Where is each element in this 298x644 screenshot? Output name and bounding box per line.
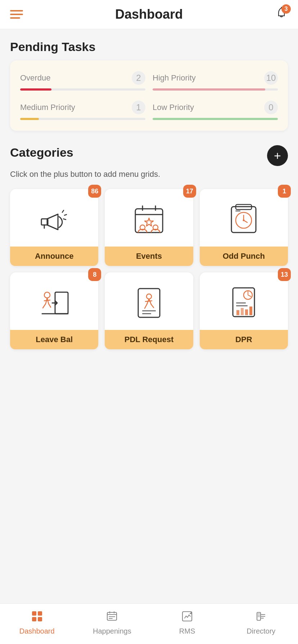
categories-header: Categories + [10,145,288,166]
svg-rect-21 [38,617,42,621]
dashboard-icon [31,610,43,625]
svg-rect-18 [32,611,36,616]
pending-tasks-section: Pending Tasks Overdue 2 High Priority [10,40,288,131]
task-high-count: 10 [264,71,278,85]
odd-punch-label: Odd Punch [200,247,288,266]
nav-rms-label: RMS [179,627,195,635]
leave-bal-badge: 8 [88,268,101,281]
svg-rect-19 [38,611,42,616]
header: Dashboard 3 [0,0,298,29]
odd-punch-icon [226,202,262,238]
svg-rect-1 [135,209,163,233]
notification-bell-button[interactable]: 3 [275,6,288,22]
tasks-card: Overdue 2 High Priority 10 [10,60,288,131]
svg-rect-16 [245,309,248,315]
task-low-bar-fill [153,118,278,120]
dpr-label: DPR [200,330,288,349]
notification-badge: 3 [281,4,291,14]
nav-directory-label: Directory [247,627,275,635]
task-overdue-count: 2 [132,71,145,85]
task-medium-bar-bg [20,118,145,120]
dpr-icon [226,285,262,321]
categories-title: Categories [10,146,73,160]
rms-icon [181,610,193,625]
tasks-grid: Overdue 2 High Priority 10 [20,71,278,120]
category-announce[interactable]: 86 Announce [10,189,98,266]
leave-icon [36,285,72,321]
svg-rect-15 [241,308,244,315]
svg-rect-14 [236,310,239,315]
events-label: Events [105,247,193,266]
task-low-priority[interactable]: Low Priority 0 [153,101,278,120]
dpr-icon-area [205,280,283,326]
bottom-nav: Dashboard Happenings RMS [0,603,298,644]
category-dpr[interactable]: 13 [200,272,288,349]
nav-dashboard[interactable]: Dashboard [19,610,55,635]
svg-point-11 [146,294,152,299]
svg-rect-20 [32,617,36,621]
svg-rect-10 [138,289,160,317]
task-overdue-bar-fill [20,88,51,91]
task-overdue[interactable]: Overdue 2 [20,71,145,91]
categories-grid: 86 Announce [10,189,288,349]
announce-label: Announce [10,247,98,266]
category-events[interactable]: 17 [105,189,193,266]
task-overdue-bar-bg [20,88,145,91]
nav-rms[interactable]: RMS [169,610,205,635]
leave-bal-icon-area [15,280,93,326]
nav-directory[interactable]: Directory [243,610,279,635]
header-title: Dashboard [115,7,183,22]
odd-punch-icon-area [205,196,283,243]
events-icon [131,202,167,238]
categories-hint: Click on the plus button to add menu gri… [10,170,288,179]
category-leave-bal[interactable]: 8 Leave B [10,272,98,349]
task-high-bar-fill [153,88,265,91]
announce-icon [36,202,72,238]
task-medium-label: Medium Priority [20,103,75,112]
task-high-label: High Priority [153,73,196,83]
nav-dashboard-label: Dashboard [19,627,55,635]
odd-punch-badge: 1 [278,185,291,198]
happenings-icon [106,610,118,625]
announce-icon-area [15,196,93,243]
task-medium-bar-fill [20,118,39,120]
events-badge: 17 [183,185,196,198]
events-icon-area [110,196,188,243]
main-content: Pending Tasks Overdue 2 High Priority [0,29,298,392]
pdl-request-label: PDL Request [105,330,193,349]
task-medium-count: 1 [132,101,145,114]
pdl-icon-area [110,280,188,326]
task-overdue-label: Overdue [20,73,50,83]
directory-icon [255,610,267,625]
task-low-label: Low Priority [153,103,194,112]
nav-happenings[interactable]: Happenings [93,610,131,635]
svg-point-9 [44,292,50,298]
task-high-bar-bg [153,88,278,91]
announce-badge: 86 [88,185,101,198]
add-category-button[interactable]: + [267,145,288,166]
svg-point-7 [243,220,245,221]
leave-bal-label: Leave Bal [10,330,98,349]
svg-rect-17 [249,307,252,315]
task-high-priority[interactable]: High Priority 10 [153,71,278,91]
task-medium-priority[interactable]: Medium Priority 1 [20,101,145,120]
categories-section: Categories + Click on the plus button to… [10,145,288,349]
dpr-badge: 13 [278,268,291,281]
category-odd-punch[interactable]: 1 Odd Punch [200,189,288,266]
nav-happenings-label: Happenings [93,627,131,635]
task-low-count: 0 [264,101,278,114]
category-pdl-request[interactable]: PDL Request [105,272,193,349]
task-low-bar-bg [153,118,278,120]
pending-tasks-title: Pending Tasks [10,40,288,54]
pdl-icon [131,285,167,321]
hamburger-button[interactable] [10,10,23,19]
